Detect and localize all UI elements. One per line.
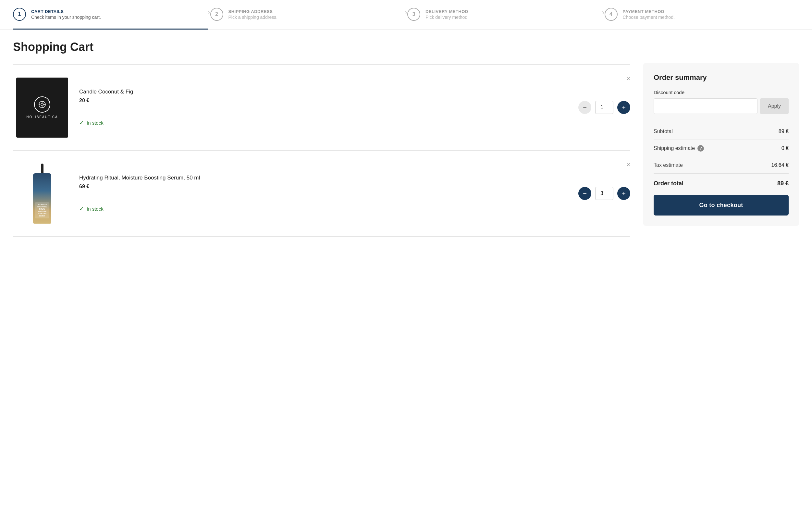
step-1-title: CART DETAILS <box>31 9 101 14</box>
checkout-button[interactable]: Go to checkout <box>654 195 789 215</box>
item-2-quantity-controls: − + <box>578 187 630 200</box>
step-3-number: 3 <box>407 8 420 21</box>
item-1-remove-button[interactable]: × <box>626 75 630 82</box>
check-icon-2: ✓ <box>79 205 84 212</box>
step-2-desc: Pick a shipping address. <box>229 15 278 20</box>
item-2-stock-status: ✓ In stock <box>79 205 571 212</box>
tax-row: Tax estimate 16.64 € <box>654 157 789 173</box>
step-shipping-address[interactable]: 2 SHIPPING ADDRESS Pick a shipping addre… <box>210 0 405 30</box>
item-1-name: Candle Coconut & Fig <box>79 89 571 95</box>
item-2-decrease-button[interactable]: − <box>578 187 591 200</box>
shipping-row: Shipping estimate ? 0 € <box>654 140 789 157</box>
discount-section: Discount code Apply <box>654 90 789 114</box>
step-4-info: PAYMENT METHOD Choose payment method. <box>623 9 675 20</box>
discount-input-row: Apply <box>654 98 789 114</box>
page-title: Shopping Cart <box>13 40 630 54</box>
step-2-title: SHIPPING ADDRESS <box>229 9 278 14</box>
item-2-name: Hydrating Ritual, Moisture Boosting Seru… <box>79 175 571 181</box>
item-2-quantity-input[interactable] <box>595 187 613 200</box>
item-1-price: 20 € <box>79 98 571 104</box>
order-total-row: Order total 89 € <box>654 173 789 195</box>
step-3-title: DELIVERY METHOD <box>426 9 469 14</box>
candle-brand-text: HOLIBEAUTICA <box>26 115 58 119</box>
step-2-info: SHIPPING ADDRESS Pick a shipping address… <box>229 9 278 20</box>
shipping-help-icon[interactable]: ? <box>697 145 704 151</box>
step-1-number: 1 <box>13 8 26 21</box>
cart-section: Shopping Cart <box>13 40 630 237</box>
order-total-value: 89 € <box>777 180 789 187</box>
step-4-title: PAYMENT METHOD <box>623 9 675 14</box>
item-1-quantity-controls: − + <box>578 101 630 114</box>
tax-value: 16.64 € <box>772 162 789 168</box>
step-payment-method[interactable]: 4 PAYMENT METHOD Choose payment method. <box>605 0 799 30</box>
apply-button[interactable]: Apply <box>760 98 789 114</box>
discount-code-input[interactable] <box>654 98 757 114</box>
table-row: AUDMUSESHYDRATING RITUALMOISTUREBOOSTING… <box>13 151 630 237</box>
item-1-details: Candle Coconut & Fig 20 € ✓ In stock <box>79 89 571 126</box>
step-1-info: CART DETAILS Check items in your shoppin… <box>31 9 101 20</box>
step-3-info: DELIVERY METHOD Pick delivery method. <box>426 9 469 20</box>
step-4-number: 4 <box>605 8 618 21</box>
item-2-price: 69 € <box>79 184 571 190</box>
item-2-increase-button[interactable]: + <box>617 187 630 200</box>
subtotal-value: 89 € <box>779 128 789 134</box>
step-1-desc: Check items in your shopping cart. <box>31 15 101 20</box>
tax-label: Tax estimate <box>654 162 683 168</box>
order-total-label: Order total <box>654 180 684 187</box>
candle-product-image: HOLIBEAUTICA <box>16 78 68 138</box>
main-content: Shopping Cart <box>0 30 812 247</box>
order-summary-title: Order summary <box>654 74 789 82</box>
subtotal-row: Subtotal 89 € <box>654 123 789 140</box>
item-2-image: AUDMUSESHYDRATING RITUALMOISTUREBOOSTING… <box>13 161 71 226</box>
table-row: HOLIBEAUTICA Candle Coconut & Fig 20 € ✓… <box>13 65 630 151</box>
candle-logo-circle <box>34 96 50 113</box>
item-2-remove-button[interactable]: × <box>626 161 630 168</box>
step-2-number: 2 <box>210 8 223 21</box>
item-1-image: HOLIBEAUTICA <box>13 75 71 140</box>
shipping-value: 0 € <box>782 145 789 151</box>
arrow-2: › <box>405 0 407 30</box>
item-1-increase-button[interactable]: + <box>617 101 630 114</box>
item-1-stock-status: ✓ In stock <box>79 119 571 126</box>
arrow-3: › <box>602 0 605 30</box>
check-icon: ✓ <box>79 119 84 126</box>
step-4-desc: Choose payment method. <box>623 15 675 20</box>
discount-code-label: Discount code <box>654 90 789 95</box>
step-cart-details[interactable]: 1 CART DETAILS Check items in your shopp… <box>13 0 208 30</box>
step-delivery-method[interactable]: 3 DELIVERY METHOD Pick delivery method. <box>407 0 602 30</box>
cart-items-list: HOLIBEAUTICA Candle Coconut & Fig 20 € ✓… <box>13 64 630 237</box>
svg-point-1 <box>41 103 44 106</box>
arrow-1: › <box>208 0 210 30</box>
order-summary-panel: Order summary Discount code Apply Subtot… <box>643 63 799 226</box>
item-1-quantity-input[interactable] <box>595 101 613 114</box>
item-2-stock-label: In stock <box>87 206 104 211</box>
shipping-label: Shipping estimate ? <box>654 145 704 151</box>
item-2-details: Hydrating Ritual, Moisture Boosting Seru… <box>79 175 571 212</box>
item-1-decrease-button[interactable]: − <box>578 101 591 114</box>
serum-product-image: AUDMUSESHYDRATING RITUALMOISTUREBOOSTING… <box>29 164 55 224</box>
subtotal-label: Subtotal <box>654 128 673 134</box>
checkout-stepper: 1 CART DETAILS Check items in your shopp… <box>0 0 812 30</box>
step-3-desc: Pick delivery method. <box>426 15 469 20</box>
item-1-stock-label: In stock <box>87 120 104 125</box>
